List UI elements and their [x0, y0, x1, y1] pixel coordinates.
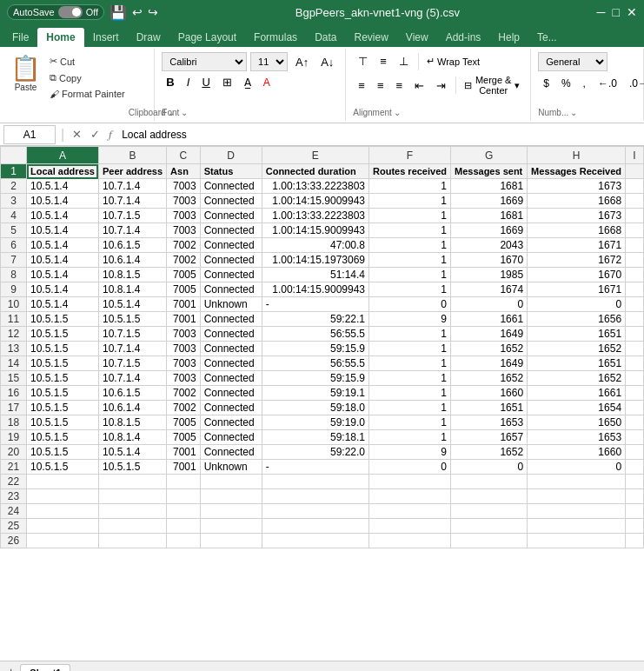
cell-r18-c1[interactable]: 10.5.1.5 [27, 415, 99, 430]
formula-input[interactable] [118, 127, 641, 143]
cell-r22-c2[interactable] [98, 475, 166, 489]
cell-r12-c1[interactable]: 10.5.1.5 [27, 327, 99, 342]
font-name-select[interactable]: Calibri [162, 52, 247, 71]
cell-r2-c3[interactable]: 7003 [167, 179, 201, 194]
tab-home[interactable]: Home [37, 28, 83, 47]
cell-r2-c4[interactable]: Connected [200, 179, 262, 194]
cell-r13-c6[interactable]: 1 [369, 342, 451, 356]
cell-r25-c7[interactable] [451, 519, 528, 534]
col-header-c[interactable]: C [167, 147, 201, 164]
cell-r6-c7[interactable]: 2043 [451, 238, 528, 253]
cell-r24-c8[interactable] [528, 504, 626, 519]
cell-r5-c5[interactable]: 1.00:14:15.9009943 [262, 223, 368, 238]
undo-icon[interactable]: ↩ [132, 5, 143, 19]
cell-r22-c1[interactable] [27, 475, 99, 489]
col-header-b[interactable]: B [98, 147, 166, 164]
cell-r21-c7[interactable]: 0 [451, 460, 528, 475]
header-cell-5[interactable]: Connected duration [262, 164, 368, 179]
cell-r5-c1[interactable]: 10.5.1.4 [27, 223, 99, 238]
cell-r14-c7[interactable]: 1649 [451, 356, 528, 371]
italic-button[interactable]: I [183, 74, 195, 90]
name-box[interactable] [3, 125, 56, 144]
cell-r6-c2[interactable]: 10.6.1.5 [98, 238, 166, 253]
cell-r8-c4[interactable]: Connected [200, 268, 262, 282]
cell-r8-c5[interactable]: 51:14.4 [262, 268, 368, 282]
cell-r18-c3[interactable]: 7005 [167, 415, 201, 430]
cell-r21-c4[interactable]: Unknown [200, 460, 262, 475]
cell-r22-c3[interactable] [167, 475, 201, 489]
number-format-select[interactable]: General [538, 52, 607, 71]
cell-r18-c6[interactable]: 1 [369, 415, 451, 430]
cell-r9-c1[interactable]: 10.5.1.4 [27, 282, 99, 297]
cell-r20-c6[interactable]: 9 [369, 445, 451, 460]
cell-r6-c9[interactable] [626, 238, 644, 253]
cell-r17-c3[interactable]: 7002 [167, 401, 201, 415]
cell-r7-c5[interactable]: 1.00:14:15.1973069 [262, 253, 368, 268]
col-header-e[interactable]: E [262, 147, 368, 164]
decrease-decimal-btn[interactable]: ←.0 [593, 75, 622, 92]
cell-r7-c4[interactable]: Connected [200, 253, 262, 268]
cell-r5-c2[interactable]: 10.7.1.4 [98, 223, 166, 238]
cell-r7-c9[interactable] [626, 253, 644, 268]
cell-r13-c2[interactable]: 10.7.1.4 [98, 342, 166, 356]
cell-r2-c2[interactable]: 10.7.1.4 [98, 179, 166, 194]
cell-r21-c3[interactable]: 7001 [167, 460, 201, 475]
cell-r22-c5[interactable] [262, 475, 368, 489]
cell-r10-c9[interactable] [626, 297, 644, 312]
cell-r25-c9[interactable] [626, 519, 644, 534]
cell-r21-c9[interactable] [626, 460, 644, 475]
cell-r9-c2[interactable]: 10.8.1.4 [98, 282, 166, 297]
cell-r3-c9[interactable] [626, 194, 644, 209]
tab-page-layout[interactable]: Page Layout [169, 28, 245, 47]
col-header-g[interactable]: G [451, 147, 528, 164]
cell-r20-c9[interactable] [626, 445, 644, 460]
cell-r16-c2[interactable]: 10.6.1.5 [98, 386, 166, 401]
copy-button[interactable]: ⧉ Copy [46, 70, 129, 85]
cell-r4-c5[interactable]: 1.00:13:33.2223803 [262, 209, 368, 223]
cell-r11-c6[interactable]: 9 [369, 312, 451, 327]
cell-r25-c8[interactable] [528, 519, 626, 534]
header-cell-4[interactable]: Status [200, 164, 262, 179]
cell-r26-c5[interactable] [262, 534, 368, 548]
tab-review[interactable]: Review [345, 28, 396, 47]
cell-r22-c8[interactable] [528, 475, 626, 489]
cell-r25-c1[interactable] [27, 519, 99, 534]
border-button[interactable]: ⊞ [218, 74, 236, 90]
cell-r20-c5[interactable]: 59:22.0 [262, 445, 368, 460]
cell-r21-c5[interactable]: - [262, 460, 368, 475]
cell-r22-c4[interactable] [200, 475, 262, 489]
cell-r12-c6[interactable]: 1 [369, 327, 451, 342]
cell-r26-c3[interactable] [167, 534, 201, 548]
cell-r23-c4[interactable] [200, 489, 262, 504]
header-cell-3[interactable]: Asn [167, 164, 201, 179]
cell-r24-c7[interactable] [451, 504, 528, 519]
cell-r10-c6[interactable]: 0 [369, 297, 451, 312]
cell-r13-c3[interactable]: 7003 [167, 342, 201, 356]
cell-r11-c3[interactable]: 7001 [167, 312, 201, 327]
cell-r7-c2[interactable]: 10.6.1.4 [98, 253, 166, 268]
cell-r14-c4[interactable]: Connected [200, 356, 262, 371]
cell-r6-c1[interactable]: 10.5.1.4 [27, 238, 99, 253]
cell-r9-c7[interactable]: 1674 [451, 282, 528, 297]
cell-r9-c9[interactable] [626, 282, 644, 297]
cell-r23-c7[interactable] [451, 489, 528, 504]
cell-r13-c5[interactable]: 59:15.9 [262, 342, 368, 356]
cell-r23-c1[interactable] [27, 489, 99, 504]
cell-r26-c4[interactable] [200, 534, 262, 548]
tab-draw[interactable]: Draw [128, 28, 169, 47]
cell-r5-c8[interactable]: 1668 [528, 223, 626, 238]
spreadsheet-container[interactable]: A B C D E F G H I 1Local addressPeer add… [0, 146, 644, 661]
cell-r20-c8[interactable]: 1660 [528, 445, 626, 460]
cell-r15-c6[interactable]: 1 [369, 371, 451, 386]
cell-r6-c5[interactable]: 47:00.8 [262, 238, 368, 253]
align-top-btn[interactable]: ⊤ [353, 52, 373, 70]
comma-btn[interactable]: , [578, 75, 591, 92]
cell-r23-c9[interactable] [626, 489, 644, 504]
cell-r24-c5[interactable] [262, 504, 368, 519]
cell-r19-c2[interactable]: 10.8.1.4 [98, 430, 166, 445]
cell-r17-c9[interactable] [626, 401, 644, 415]
cell-r23-c5[interactable] [262, 489, 368, 504]
cell-r21-c1[interactable]: 10.5.1.5 [27, 460, 99, 475]
cell-r11-c4[interactable]: Connected [200, 312, 262, 327]
redo-icon[interactable]: ↪ [148, 5, 158, 19]
